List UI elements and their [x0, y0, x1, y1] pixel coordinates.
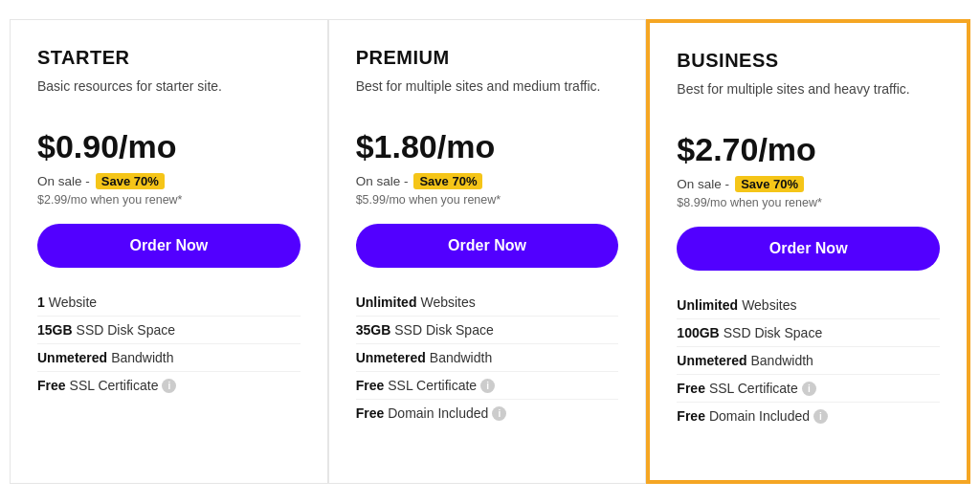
plan-card-business: BUSINESS Best for multiple sites and hea… — [646, 19, 970, 484]
save-badge: Save 70% — [96, 173, 165, 189]
feature-bold: 100GB — [677, 325, 719, 340]
feature-item: Unmetered Bandwidth — [677, 347, 940, 375]
feature-text: Websites — [420, 295, 475, 310]
plan-description: Best for multiple sites and medium traff… — [356, 78, 619, 115]
plan-card-starter: STARTER Basic resources for starter site… — [10, 19, 328, 484]
feature-item: Free SSL Certificatei — [677, 375, 940, 403]
plan-price: $2.70/mo — [677, 131, 940, 168]
feature-text: Bandwidth — [750, 353, 813, 368]
feature-text: SSD Disk Space — [77, 322, 175, 338]
feature-bold: 1 — [37, 295, 45, 310]
order-button-business[interactable]: Order Now — [677, 227, 940, 271]
order-button-starter[interactable]: Order Now — [37, 224, 301, 268]
plan-price: $1.80/mo — [356, 128, 619, 165]
order-button-premium[interactable]: Order Now — [356, 224, 619, 268]
feature-item: Unlimited Websites — [356, 289, 619, 317]
feature-item: 35GB SSD Disk Space — [356, 317, 619, 344]
feature-list-starter: 1 Website 15GB SSD Disk Space Unmetered … — [37, 289, 301, 399]
feature-text: Website — [49, 295, 97, 310]
plan-price: $0.90/mo — [37, 128, 301, 165]
feature-list-premium: Unlimited Websites 35GB SSD Disk Space U… — [356, 289, 619, 426]
feature-bold: Unlimited — [356, 295, 417, 310]
feature-text: Domain Included — [388, 405, 488, 421]
plan-sale-row: On sale - Save 70% — [37, 173, 301, 189]
info-icon[interactable]: i — [162, 379, 176, 393]
info-icon[interactable]: i — [480, 379, 495, 393]
feature-bold: Free — [677, 381, 705, 396]
save-badge: Save 70% — [413, 173, 482, 189]
plan-renew: $8.99/mo when you renew* — [677, 196, 940, 209]
feature-text: Domain Included — [709, 408, 810, 424]
feature-bold: Unmetered — [356, 350, 426, 365]
plans-container: STARTER Basic resources for starter site… — [10, 19, 970, 484]
plan-sale-row: On sale - Save 70% — [356, 173, 619, 189]
feature-item: Free Domain Includedi — [356, 400, 619, 426]
sale-text: On sale - — [37, 174, 90, 188]
plan-description: Basic resources for starter site. — [37, 78, 301, 115]
feature-bold: Free — [356, 378, 385, 393]
feature-item: Free SSL Certificatei — [356, 372, 619, 400]
info-icon[interactable]: i — [492, 406, 506, 421]
feature-text: SSD Disk Space — [394, 322, 493, 338]
feature-bold: Free — [677, 408, 705, 424]
plan-renew: $5.99/mo when you renew* — [356, 193, 619, 207]
feature-bold: Free — [356, 405, 385, 421]
feature-text: SSD Disk Space — [724, 325, 822, 340]
feature-item: 15GB SSD Disk Space — [37, 317, 301, 344]
plan-renew: $2.99/mo when you renew* — [37, 193, 301, 207]
feature-item: Unmetered Bandwidth — [356, 344, 619, 372]
feature-bold: Unmetered — [677, 353, 746, 368]
sale-text: On sale - — [356, 174, 409, 188]
feature-text: SSL Certificate — [709, 381, 798, 396]
plan-card-premium: PREMIUM Best for multiple sites and medi… — [328, 19, 647, 484]
feature-item: Unlimited Websites — [677, 292, 940, 319]
feature-item: Free Domain Includedi — [677, 403, 940, 429]
save-badge: Save 70% — [735, 176, 804, 192]
feature-text: SSL Certificate — [388, 378, 477, 393]
plan-description: Best for multiple sites and heavy traffi… — [677, 81, 940, 118]
plan-name: BUSINESS — [677, 50, 940, 72]
feature-item: Unmetered Bandwidth — [37, 344, 301, 372]
feature-bold: Unlimited — [677, 297, 738, 313]
feature-bold: 35GB — [356, 322, 391, 338]
feature-text: Bandwidth — [111, 350, 173, 365]
plan-sale-row: On sale - Save 70% — [677, 176, 940, 192]
feature-bold: Free — [37, 378, 66, 393]
feature-text: Websites — [742, 297, 796, 313]
feature-bold: 15GB — [37, 322, 73, 338]
feature-list-business: Unlimited Websites 100GB SSD Disk Space … — [677, 292, 940, 429]
info-icon[interactable]: i — [813, 409, 828, 424]
feature-item: 1 Website — [37, 289, 301, 317]
feature-text: SSL Certificate — [70, 378, 159, 393]
sale-text: On sale - — [677, 177, 729, 191]
feature-text: Bandwidth — [430, 350, 492, 365]
info-icon[interactable]: i — [802, 382, 816, 396]
plan-name: PREMIUM — [356, 47, 619, 69]
feature-bold: Unmetered — [37, 350, 107, 365]
feature-item: Free SSL Certificatei — [37, 372, 301, 399]
plan-name: STARTER — [37, 47, 301, 69]
feature-item: 100GB SSD Disk Space — [677, 319, 940, 347]
